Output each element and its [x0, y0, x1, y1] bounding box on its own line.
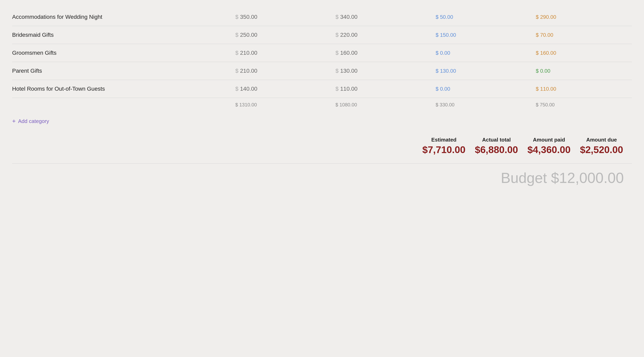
budget-table: Accommodations for Wedding Night $ 350.0…	[12, 8, 632, 112]
totals-due: $ 750.00	[532, 98, 632, 112]
row-actual: $ 220.00	[331, 26, 432, 44]
row-due: $ 160.00	[532, 44, 632, 62]
table-row[interactable]: Parent Gifts $ 210.00 $ 130.00 $ 130.00 …	[12, 62, 632, 80]
row-estimated: $ 210.00	[231, 62, 332, 80]
row-name: Hotel Rooms for Out-of-Town Guests	[12, 80, 231, 98]
actual-label: Actual total	[474, 137, 519, 143]
paid-label: Amount paid	[527, 137, 571, 143]
due-label: Amount due	[579, 137, 624, 143]
row-due: $ 70.00	[532, 26, 632, 44]
totals-empty	[12, 98, 231, 112]
summary-due: Amount due $2,520.00	[579, 137, 624, 155]
row-actual: $ 110.00	[331, 80, 432, 98]
summary-actual: Actual total $6,880.00	[474, 137, 519, 155]
actual-value: $6,880.00	[474, 144, 519, 155]
row-due: $ 110.00	[532, 80, 632, 98]
dollar-sign-icon: $	[335, 14, 338, 20]
summary-section: Estimated $7,710.00 Actual total $6,880.…	[12, 137, 632, 186]
dollar-sign-icon: $	[335, 86, 338, 92]
estimated-value: $7,710.00	[422, 144, 466, 155]
row-actual: $ 340.00	[331, 8, 432, 26]
dollar-sign-icon: $	[235, 14, 238, 20]
totals-actual: $ 1080.00	[331, 98, 432, 112]
table-row[interactable]: Accommodations for Wedding Night $ 350.0…	[12, 8, 632, 26]
dollar-sign-icon: $	[235, 32, 238, 38]
totals-estimated: $ 1310.00	[231, 98, 332, 112]
row-estimated: $ 250.00	[231, 26, 332, 44]
estimated-label: Estimated	[422, 137, 466, 143]
row-estimated: $ 210.00	[231, 44, 332, 62]
row-paid: $ 0.00	[432, 80, 532, 98]
totals-paid: $ 330.00	[432, 98, 532, 112]
row-name: Accommodations for Wedding Night	[12, 8, 231, 26]
dollar-sign-icon: $	[335, 68, 338, 74]
due-value: $2,520.00	[579, 144, 624, 155]
dollar-sign-icon: $	[235, 68, 238, 74]
add-category-label: Add category	[18, 118, 49, 124]
dollar-sign-icon: $	[335, 50, 338, 56]
table-row[interactable]: Bridesmaid Gifts $ 250.00 $ 220.00 $ 150…	[12, 26, 632, 44]
row-due: $ 290.00	[532, 8, 632, 26]
row-paid: $ 150.00	[432, 26, 532, 44]
row-estimated: $ 140.00	[231, 80, 332, 98]
paid-value: $4,360.00	[527, 144, 571, 155]
add-category-button[interactable]: + Add category	[12, 112, 632, 133]
table-row[interactable]: Groomsmen Gifts $ 210.00 $ 160.00 $ 0.00…	[12, 44, 632, 62]
row-paid: $ 50.00	[432, 8, 532, 26]
summary-row: Estimated $7,710.00 Actual total $6,880.…	[12, 137, 632, 157]
row-name: Groomsmen Gifts	[12, 44, 231, 62]
dollar-sign-icon: $	[335, 32, 338, 38]
row-name: Bridesmaid Gifts	[12, 26, 231, 44]
summary-estimated: Estimated $7,710.00	[422, 137, 466, 155]
totals-row: $ 1310.00 $ 1080.00 $ 330.00 $ 750.00	[12, 98, 632, 112]
row-paid: $ 0.00	[432, 44, 532, 62]
row-name: Parent Gifts	[12, 62, 231, 80]
budget-display: Budget $12,000.00	[12, 163, 632, 186]
row-actual: $ 130.00	[331, 62, 432, 80]
row-due: $ 0.00	[532, 62, 632, 80]
row-estimated: $ 350.00	[231, 8, 332, 26]
table-row[interactable]: Hotel Rooms for Out-of-Town Guests $ 140…	[12, 80, 632, 98]
row-actual: $ 160.00	[331, 44, 432, 62]
plus-icon: +	[12, 118, 16, 125]
summary-paid: Amount paid $4,360.00	[527, 137, 571, 155]
row-paid: $ 130.00	[432, 62, 532, 80]
dollar-sign-icon: $	[235, 50, 238, 56]
budget-text: Budget $12,000.00	[501, 170, 624, 186]
dollar-sign-icon: $	[235, 86, 238, 92]
